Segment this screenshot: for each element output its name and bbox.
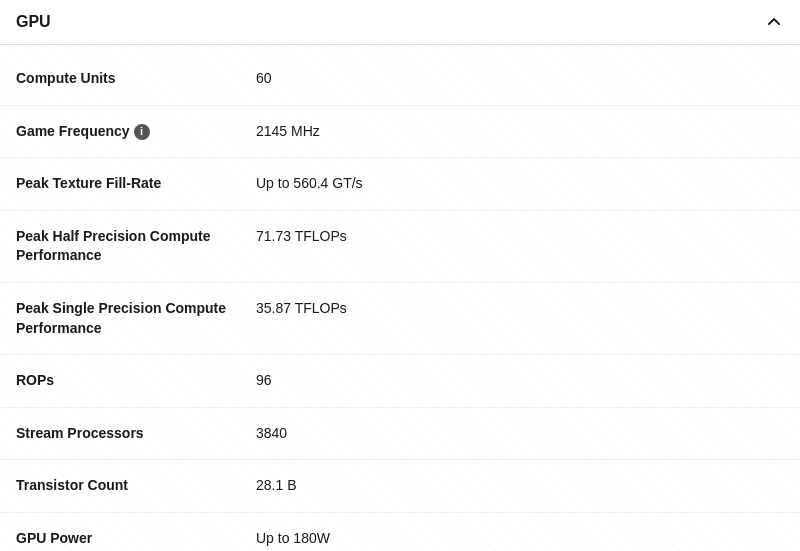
spec-label-peak-half-precision: Peak Half Precision Compute Performance	[16, 227, 256, 266]
spec-row-peak-half-precision: Peak Half Precision Compute Performance7…	[0, 211, 800, 283]
spec-value-peak-half-precision: 71.73 TFLOPs	[256, 227, 347, 247]
spec-value-gpu-power: Up to 180W	[256, 529, 330, 549]
spec-row-rops: ROPs96	[0, 355, 800, 408]
spec-label-rops: ROPs	[16, 371, 256, 391]
info-icon-game-frequency[interactable]: i	[134, 124, 150, 140]
spec-row-peak-texture-fill-rate: Peak Texture Fill-RateUp to 560.4 GT/s	[0, 158, 800, 211]
spec-label-compute-units: Compute Units	[16, 69, 256, 89]
gpu-section-title: GPU	[16, 13, 51, 31]
spec-row-transistor-count: Transistor Count28.1 B	[0, 460, 800, 513]
spec-label-stream-processors: Stream Processors	[16, 424, 256, 444]
spec-label-peak-texture-fill-rate: Peak Texture Fill-Rate	[16, 174, 256, 194]
spec-row-stream-processors: Stream Processors3840	[0, 408, 800, 461]
spec-label-gpu-power: GPU Power	[16, 529, 256, 549]
spec-value-peak-texture-fill-rate: Up to 560.4 GT/s	[256, 174, 363, 194]
spec-value-stream-processors: 3840	[256, 424, 287, 444]
specs-content: Compute Units60Game Frequencyi2145 MHzPe…	[0, 45, 800, 551]
collapse-icon[interactable]	[764, 12, 784, 32]
spec-value-rops: 96	[256, 371, 272, 391]
spec-value-transistor-count: 28.1 B	[256, 476, 296, 496]
spec-row-compute-units: Compute Units60	[0, 53, 800, 106]
spec-value-peak-single-precision: 35.87 TFLOPs	[256, 299, 347, 319]
spec-row-game-frequency: Game Frequencyi2145 MHz	[0, 106, 800, 159]
spec-label-transistor-count: Transistor Count	[16, 476, 256, 496]
spec-value-compute-units: 60	[256, 69, 272, 89]
spec-label-peak-single-precision: Peak Single Precision Compute Performanc…	[16, 299, 256, 338]
spec-row-peak-single-precision: Peak Single Precision Compute Performanc…	[0, 283, 800, 355]
spec-value-game-frequency: 2145 MHz	[256, 122, 320, 142]
spec-row-gpu-power: GPU PowerUp to 180W	[0, 513, 800, 551]
spec-label-game-frequency: Game Frequencyi	[16, 122, 256, 142]
gpu-section-header[interactable]: GPU	[0, 0, 800, 45]
